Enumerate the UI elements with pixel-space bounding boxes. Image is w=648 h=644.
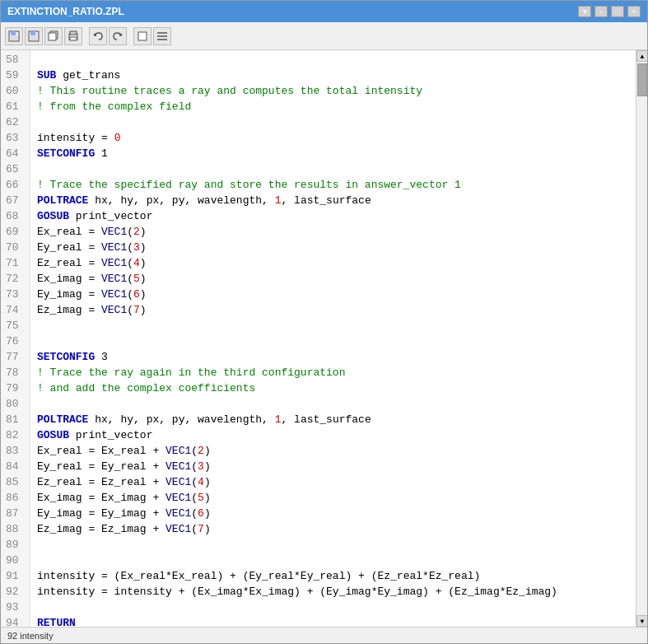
code-line <box>37 334 629 349</box>
line-number: 77 <box>6 349 25 365</box>
code-line: ! Trace the specified ray and store the … <box>37 177 629 193</box>
svg-rect-2 <box>11 36 17 40</box>
code-line: ! and add the complex coefficients <box>37 380 629 396</box>
line-number: 92 <box>6 584 25 600</box>
line-number: 63 <box>6 130 25 146</box>
redo-icon <box>112 30 124 42</box>
code-line: SUB get_trans <box>37 68 629 83</box>
code-line <box>37 161 629 177</box>
line-number: 85 <box>6 474 25 490</box>
code-line: intensity = (Ex_real*Ex_real) + (Ey_real… <box>37 568 629 584</box>
line-number: 74 <box>6 302 25 318</box>
line-number: 83 <box>6 443 25 459</box>
code-line: GOSUB print_vector <box>37 427 629 443</box>
line-number: 76 <box>6 334 25 349</box>
line-number: 62 <box>6 114 25 130</box>
line-number: 73 <box>6 287 25 302</box>
save-as-icon <box>28 30 40 42</box>
redo-button[interactable] <box>109 27 127 45</box>
code-line: ! from the complex field <box>37 99 629 114</box>
close-btn[interactable]: × <box>627 6 641 17</box>
code-line: Ez_real = Ez_real + VEC1(4) <box>37 474 629 490</box>
svg-rect-5 <box>30 36 37 40</box>
code-line: SETCONFIG 1 <box>37 146 629 161</box>
main-window: EXTINCTION_RATIO.ZPL ▾ − □ × <box>0 0 648 644</box>
code-line: Ey_imag = Ey_imag + VEC1(6) <box>37 506 629 521</box>
line-number: 84 <box>6 459 25 474</box>
undo-icon <box>92 30 104 42</box>
scroll-track[interactable] <box>636 62 647 615</box>
title-bar: EXTINCTION_RATIO.ZPL ▾ − □ × <box>1 1 647 22</box>
window-title: EXTINCTION_RATIO.ZPL <box>7 6 124 17</box>
code-line <box>37 52 629 68</box>
code-line <box>37 318 629 334</box>
line-number: 91 <box>6 568 25 584</box>
code-line: GOSUB print_vector <box>37 208 629 224</box>
line-number: 72 <box>6 271 25 287</box>
line-number: 75 <box>6 318 25 334</box>
code-line: POLTRACE hx, hy, px, py, wavelength, 1, … <box>37 193 629 208</box>
scroll-thumb[interactable] <box>637 63 647 96</box>
svg-rect-4 <box>30 31 35 35</box>
line-number: 59 <box>6 68 25 83</box>
svg-rect-10 <box>70 37 77 40</box>
line-number: 68 <box>6 208 25 224</box>
line-number: 79 <box>6 380 25 396</box>
line-number: 70 <box>6 240 25 255</box>
line-number: 67 <box>6 193 25 208</box>
code-line <box>37 537 629 553</box>
code-line: Ex_real = Ex_real + VEC1(2) <box>37 443 629 459</box>
list-button[interactable] <box>153 27 171 45</box>
dropdown-btn[interactable]: ▾ <box>578 6 591 17</box>
code-line: Ey_imag = VEC1(6) <box>37 287 629 302</box>
maximize-btn[interactable]: □ <box>611 6 624 17</box>
code-line <box>37 553 629 568</box>
svg-rect-1 <box>11 31 16 35</box>
line-number: 86 <box>6 490 25 506</box>
code-line: Ex_real = VEC1(2) <box>37 224 629 240</box>
snippet-button[interactable] <box>133 27 152 45</box>
save-button[interactable] <box>5 27 23 45</box>
code-line: RETURN <box>37 615 629 627</box>
code-line: Ez_imag = VEC1(7) <box>37 302 629 318</box>
title-bar-controls: ▾ − □ × <box>578 6 641 17</box>
code-line: Ey_real = VEC1(3) <box>37 240 629 255</box>
save-as-button[interactable] <box>25 27 43 45</box>
line-number: 89 <box>6 537 25 553</box>
line-number: 81 <box>6 412 25 427</box>
copy-button[interactable] <box>44 27 63 45</box>
scrollbar[interactable]: ▲ ▼ <box>636 50 647 627</box>
line-number: 66 <box>6 177 25 193</box>
minimize-btn[interactable]: − <box>594 6 608 17</box>
code-line <box>37 600 629 615</box>
status-bar: 92 intensity <box>1 627 647 643</box>
code-editor[interactable]: SUB get_trans! This routine traces a ray… <box>30 50 636 627</box>
code-line: Ex_imag = Ex_imag + VEC1(5) <box>37 490 629 506</box>
line-number: 88 <box>6 521 25 537</box>
line-number: 93 <box>6 600 25 615</box>
line-number: 87 <box>6 506 25 521</box>
line-number: 69 <box>6 224 25 240</box>
code-line: ! Trace the ray again in the third confi… <box>37 365 629 380</box>
code-line: Ez_imag = Ez_imag + VEC1(7) <box>37 521 629 537</box>
code-line: intensity = 0 <box>37 130 629 146</box>
code-line: intensity = intensity + (Ex_imag*Ex_imag… <box>37 584 629 600</box>
line-number: 78 <box>6 365 25 380</box>
code-line <box>37 114 629 130</box>
line-number: 65 <box>6 161 25 177</box>
code-line: ! This routine traces a ray and computes… <box>37 83 629 99</box>
code-line: Ex_imag = VEC1(5) <box>37 271 629 287</box>
svg-rect-7 <box>49 33 56 40</box>
svg-rect-9 <box>70 31 77 35</box>
line-number: 71 <box>6 255 25 271</box>
print-button[interactable] <box>64 27 82 45</box>
scroll-down-btn[interactable]: ▼ <box>636 615 647 627</box>
scroll-up-btn[interactable]: ▲ <box>636 50 647 62</box>
undo-button[interactable] <box>89 27 107 45</box>
svg-rect-13 <box>138 32 147 40</box>
code-line: POLTRACE hx, hy, px, py, wavelength, 1, … <box>37 412 629 427</box>
line-number: 80 <box>6 396 25 412</box>
line-number: 64 <box>6 146 25 161</box>
snippet-icon <box>137 30 148 42</box>
line-number: 90 <box>6 553 25 568</box>
